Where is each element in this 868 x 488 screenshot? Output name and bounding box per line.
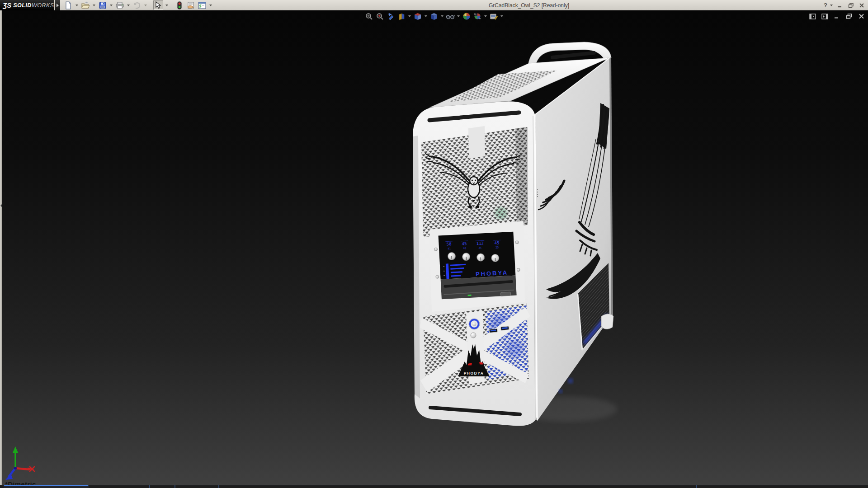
save-icon [99,1,107,9]
undo-dropdown-caret[interactable] [144,5,147,6]
glasses-icon [446,13,455,20]
right-arrow-icon [57,4,59,7]
brand-text-solid: SOLID [13,2,32,9]
zoom-fit-icon [365,13,373,20]
section-view-button[interactable] [397,12,406,20]
menu-expand-button[interactable] [55,0,60,10]
options-button[interactable] [197,0,207,10]
svg-text:35: 35 [478,246,482,249]
save-dropdown-caret[interactable] [110,5,113,6]
eject-button [500,292,510,296]
side-glow-dot [568,378,573,384]
collapse-right-pane-button[interactable] [821,13,829,20]
hide-show-items-button[interactable] [446,12,455,20]
select-button[interactable] [153,0,163,10]
view-settings-caret[interactable] [500,15,503,17]
edit-appearance-button[interactable] [462,12,471,20]
rebuild-button[interactable] [175,0,184,10]
restore-icon [846,14,852,19]
undo-button[interactable] [132,0,142,10]
drive-led [467,295,471,296]
section-view-caret[interactable] [408,15,411,17]
apply-scene-caret[interactable] [484,15,487,17]
apply-scene-button[interactable] [473,12,482,20]
scene-sphere-icon [473,12,481,20]
hide-show-items-caret[interactable] [457,15,460,17]
file-properties-icon [186,1,195,9]
main-toolbar [63,0,213,10]
minimize-document-button[interactable] [833,13,841,20]
pc-case: 58 41 45 40 112 35 45 25 [413,42,613,426]
save-button[interactable] [98,0,108,10]
open-button[interactable] [80,0,90,10]
close-icon [859,14,864,19]
reset-button [471,333,476,338]
file-properties-button[interactable] [186,0,196,10]
open-folder-icon [81,1,90,9]
taskbar-separator [218,485,219,488]
close-icon [859,3,864,8]
model-3d[interactable]: 58 41 45 40 112 35 45 25 [0,10,868,488]
dassault-logo-icon: ƷS [3,1,11,9]
new-button[interactable] [63,0,73,10]
minimize-icon [837,3,843,8]
select-dropdown-caret[interactable] [165,5,168,6]
logo-brand-text: PHOBYA [464,371,484,375]
print-button[interactable] [115,0,125,10]
document-title: GrCadBlack_Owl_S2 [Read-only] [434,0,624,10]
close-button[interactable] [857,1,866,9]
case-side-panel [535,57,612,421]
taskbar-active-button-edge[interactable] [4,485,89,488]
options-icon [198,1,207,9]
svg-text:45: 45 [494,240,499,245]
previous-view-icon [387,13,395,20]
svg-text:40: 40 [463,246,467,249]
svg-text:58: 58 [446,242,451,247]
open-dropdown-caret[interactable] [93,5,95,6]
section-view-icon [398,13,406,20]
help-button[interactable]: ? [824,2,827,9]
rebuild-traffic-light-icon [177,1,182,9]
side-glow-dot [558,389,563,394]
minimize-button[interactable] [835,1,844,9]
new-document-icon [64,1,72,9]
view-orientation-button[interactable] [413,12,422,20]
svg-text:45: 45 [462,241,467,246]
coordinate-triad [5,446,34,480]
graphics-viewport[interactable]: 58 41 45 40 112 35 45 25 [0,10,868,488]
new-dropdown-caret[interactable] [75,5,78,6]
fan-controller: 58 41 45 40 112 35 45 25 [434,231,521,300]
display-style-caret[interactable] [441,15,443,17]
svg-text:112: 112 [476,241,484,246]
help-dropdown-caret[interactable] [830,5,833,6]
case-front-panel: 58 41 45 40 112 35 45 25 [413,101,537,426]
collapse-left-pane-button[interactable] [808,13,816,20]
windows-taskbar-edge[interactable] [0,485,868,488]
brand-text-works: WORKS [32,2,54,9]
featuremanager-splitter[interactable] [0,10,2,485]
close-document-button[interactable] [857,13,865,20]
view-settings-icon [490,13,498,20]
view-settings-button[interactable] [489,12,498,20]
view-orientation-icon [414,13,422,20]
previous-view-button[interactable] [386,12,395,20]
minimize-icon [834,14,840,19]
appearance-sphere-icon [462,12,471,20]
taskbar-separator [149,485,150,488]
restore-document-button[interactable] [845,13,853,20]
svg-text:25: 25 [495,245,499,249]
pane-right-icon [821,14,828,19]
options-dropdown-caret[interactable] [209,5,212,6]
titlebar: ƷS SOLIDWORKS [0,0,868,10]
display-style-button[interactable] [429,12,439,20]
case-rear-foot [601,314,613,329]
view-orientation-caret[interactable] [425,15,427,17]
taskbar-separator [175,485,175,488]
zoom-to-area-button[interactable] [375,12,384,20]
solidworks-logo: ƷS SOLIDWORKS [0,0,54,10]
dvd-drive [441,276,517,300]
zoom-to-fit-button[interactable] [364,12,373,20]
print-dropdown-caret[interactable] [127,5,130,6]
taskbar-separator [696,485,697,488]
restore-button[interactable] [846,1,855,9]
